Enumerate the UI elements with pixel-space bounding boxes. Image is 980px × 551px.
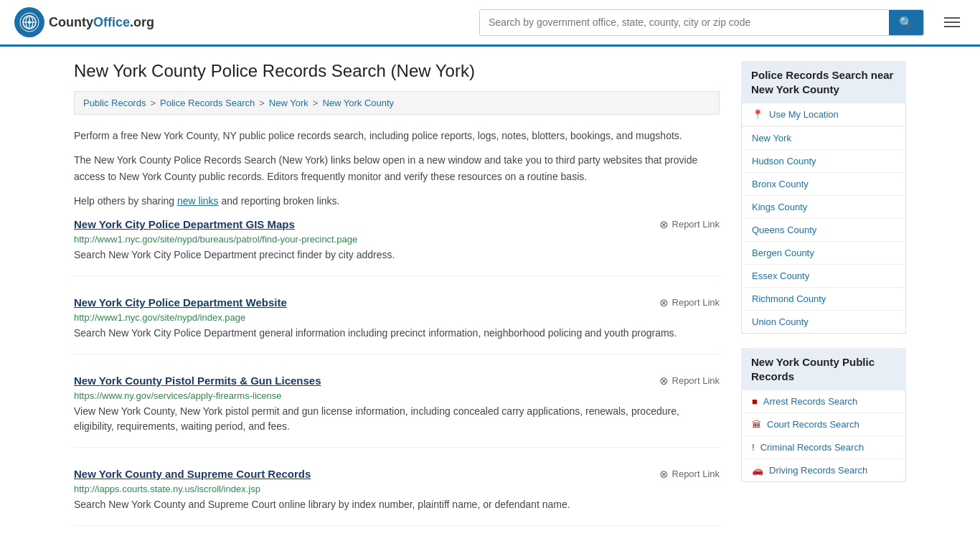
- sidebar-nearby-link-7[interactable]: Richmond County: [742, 288, 905, 310]
- report-icon-2: ⊗: [659, 375, 669, 387]
- sidebar-nearby-5: Bergen County: [742, 242, 905, 265]
- result-link-3[interactable]: New York County and Supreme Court Record…: [74, 468, 311, 480]
- report-label-2: Report Link: [672, 375, 720, 386]
- menu-button[interactable]: [938, 14, 966, 30]
- sidebar-use-location-link[interactable]: 📍 Use My Location: [742, 103, 905, 126]
- report-icon-0: ⊗: [659, 218, 669, 231]
- sidebar-records-link-0[interactable]: ■ Arrest Records Search: [742, 390, 905, 413]
- svg-point-5: [28, 21, 31, 24]
- breadcrumb-public-records[interactable]: Public Records: [83, 98, 146, 108]
- sidebar-records-heading: New York County Public Records: [741, 348, 906, 390]
- main-container: New York County Police Records Search (N…: [60, 47, 920, 551]
- sidebar-nearby-label-3: Kings County: [752, 202, 807, 212]
- sidebar-use-location-item: 📍 Use My Location: [742, 103, 905, 127]
- sidebar-nearby-label-6: Essex County: [752, 270, 809, 281]
- report-link-2[interactable]: ⊗ Report Link: [659, 375, 720, 387]
- breadcrumb-new-york[interactable]: New York: [269, 98, 308, 108]
- sidebar-nearby-link-6[interactable]: Essex County: [742, 265, 905, 287]
- sidebar-nearby-link-1[interactable]: Hudson County: [742, 150, 905, 172]
- sidebar-nearby-label-7: Richmond County: [752, 293, 826, 304]
- logo-text: CountyOffice.org: [49, 15, 154, 30]
- sidebar-records-label-3: Driving Records Search: [769, 465, 867, 476]
- result-desc-0: Search New York City Police Department p…: [74, 248, 720, 263]
- sidebar-nearby-link-5[interactable]: Bergen County: [742, 242, 905, 264]
- result-url-3: http://iapps.courts.state.ny.us/iscroll/…: [74, 484, 720, 494]
- report-link-1[interactable]: ⊗ Report Link: [659, 296, 720, 309]
- sidebar-records-3: 🚗 Driving Records Search: [742, 459, 905, 481]
- sidebar-nearby-link-0[interactable]: New York: [742, 127, 905, 149]
- search-input[interactable]: [480, 10, 889, 35]
- menu-line-1: [944, 17, 960, 19]
- sidebar-records-label-0: Arrest Records Search: [763, 396, 858, 407]
- sidebar-nearby-3: Kings County: [742, 196, 905, 219]
- sidebar-nearby-list: 📍 Use My Location New York Hudson County: [741, 103, 906, 334]
- sidebar-nearby-4: Queens County: [742, 219, 905, 242]
- new-links-link[interactable]: new links: [177, 195, 219, 207]
- sidebar-records-link-1[interactable]: 🏛 Court Records Search: [742, 413, 905, 435]
- site-header: CountyOffice.org 🔍: [0, 0, 980, 47]
- result-url-1: http://www1.nyc.gov/site/nypd/index.page: [74, 312, 720, 323]
- sidebar-records-label-1: Court Records Search: [767, 419, 859, 430]
- criminal-icon: !: [752, 442, 755, 453]
- page-title: New York County Police Records Search (N…: [74, 61, 720, 81]
- result-url-0: http://www1.nyc.gov/site/nypd/bureaus/pa…: [74, 234, 720, 245]
- desc-3-prefix: Help others by sharing: [74, 195, 177, 207]
- report-link-0[interactable]: ⊗ Report Link: [659, 218, 720, 231]
- content-area: New York County Police Records Search (N…: [74, 61, 720, 546]
- search-button[interactable]: 🔍: [889, 10, 923, 35]
- result-item-1: New York City Police Department Website …: [74, 296, 720, 354]
- sidebar-nearby-1: Hudson County: [742, 150, 905, 173]
- result-link-2[interactable]: New York County Pistol Permits & Gun Lic…: [74, 375, 321, 387]
- sidebar-records-link-2[interactable]: ! Criminal Records Search: [742, 436, 905, 458]
- result-link-0[interactable]: New York City Police Department GIS Maps: [74, 218, 295, 230]
- report-icon-3: ⊗: [659, 468, 669, 481]
- sidebar-nearby-link-2[interactable]: Bronx County: [742, 173, 905, 195]
- report-label-3: Report Link: [672, 468, 720, 479]
- sidebar-nearby-label-8: Union County: [752, 316, 809, 327]
- report-icon-1: ⊗: [659, 296, 669, 309]
- menu-line-3: [944, 26, 960, 27]
- sidebar: Police Records Search near New York Coun…: [741, 61, 906, 546]
- sidebar-nearby-label-1: Hudson County: [752, 156, 816, 166]
- breadcrumb-sep-2: >: [259, 98, 265, 108]
- sidebar-records-2: ! Criminal Records Search: [742, 436, 905, 459]
- result-link-1[interactable]: New York City Police Department Website: [74, 296, 287, 309]
- breadcrumb-sep-1: >: [150, 98, 156, 108]
- logo-link[interactable]: CountyOffice.org: [14, 7, 154, 37]
- sidebar-records-0: ■ Arrest Records Search: [742, 390, 905, 413]
- arrest-icon: ■: [752, 396, 758, 407]
- result-desc-3: Search New York County and Supreme Court…: [74, 497, 720, 512]
- result-desc-1: Search New York City Police Department g…: [74, 326, 720, 341]
- sidebar-nearby-label-2: Bronx County: [752, 179, 809, 189]
- sidebar-records-label-2: Criminal Records Search: [760, 442, 864, 453]
- result-item-2: New York County Pistol Permits & Gun Lic…: [74, 375, 720, 448]
- results-list: New York City Police Department GIS Maps…: [74, 218, 720, 526]
- sidebar-nearby-label-0: New York: [752, 133, 791, 143]
- court-icon: 🏛: [752, 419, 761, 430]
- sidebar-nearby-link-4[interactable]: Queens County: [742, 219, 905, 241]
- breadcrumb-new-york-county[interactable]: New York County: [322, 98, 394, 108]
- sidebar-records-link-3[interactable]: 🚗 Driving Records Search: [742, 459, 905, 481]
- result-item-0: New York City Police Department GIS Maps…: [74, 218, 720, 276]
- desc-2: The New York County Police Records Searc…: [74, 152, 720, 184]
- location-pin-icon: 📍: [752, 109, 763, 120]
- sidebar-records-1: 🏛 Court Records Search: [742, 413, 905, 436]
- report-label-0: Report Link: [672, 219, 720, 230]
- sidebar-nearby-label-5: Bergen County: [752, 248, 814, 258]
- result-item-3: New York County and Supreme Court Record…: [74, 468, 720, 526]
- breadcrumb-police-records[interactable]: Police Records Search: [160, 98, 255, 108]
- sidebar-nearby-6: Essex County: [742, 265, 905, 288]
- sidebar-nearby-section: Police Records Search near New York Coun…: [741, 61, 906, 334]
- sidebar-nearby-2: Bronx County: [742, 173, 905, 196]
- breadcrumb: Public Records > Police Records Search >…: [74, 91, 720, 115]
- desc-3-suffix: and reporting broken links.: [219, 195, 340, 207]
- driving-icon: 🚗: [752, 465, 763, 476]
- sidebar-nearby-link-3[interactable]: Kings County: [742, 196, 905, 218]
- sidebar-nearby-link-8[interactable]: Union County: [742, 311, 905, 333]
- report-link-3[interactable]: ⊗ Report Link: [659, 468, 720, 481]
- sidebar-records-section: New York County Public Records ■ Arrest …: [741, 348, 906, 482]
- sidebar-nearby-7: Richmond County: [742, 288, 905, 311]
- sidebar-nearby-0: New York: [742, 127, 905, 150]
- sidebar-nearby-8: Union County: [742, 311, 905, 333]
- sidebar-use-location-label: Use My Location: [769, 109, 839, 120]
